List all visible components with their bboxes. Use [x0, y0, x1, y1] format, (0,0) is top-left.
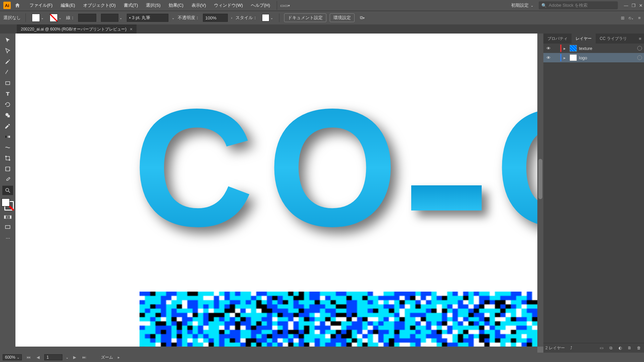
- target-icon[interactable]: [637, 55, 642, 60]
- locate-layer-icon[interactable]: ⤴: [568, 346, 574, 350]
- menu-type[interactable]: 書式(T): [120, 0, 142, 11]
- preferences-button[interactable]: 環境設定: [330, 13, 355, 22]
- rotate-tool[interactable]: [2, 100, 13, 109]
- rectangle-tool[interactable]: [2, 78, 13, 88]
- fill-swatch[interactable]: ⌄: [31, 14, 45, 22]
- gradient-tool[interactable]: [2, 132, 13, 141]
- chevron-down-icon[interactable]: ⌄: [172, 16, 174, 20]
- draw-mode-icon[interactable]: ◧◨: [2, 212, 13, 221]
- document-tab-strip: 200220_ai.ai @ 600% (RGB/オーバープリントプレビュー) …: [0, 24, 644, 34]
- tab-layers[interactable]: レイヤー: [572, 34, 596, 44]
- align-flyout-icon[interactable]: ⧉ ▾: [358, 13, 367, 22]
- minimize-icon[interactable]: —: [624, 3, 628, 8]
- layer-name[interactable]: logo: [579, 55, 587, 60]
- delete-layer-icon[interactable]: 🗑: [636, 346, 642, 350]
- prev-artboard-icon[interactable]: ◀: [35, 355, 41, 360]
- chevron-down-icon[interactable]: ⌄: [66, 356, 68, 359]
- color-picker-tool[interactable]: [2, 175, 13, 184]
- menu-help[interactable]: ヘルプ(H): [247, 0, 274, 11]
- close-icon[interactable]: ✕: [639, 3, 643, 8]
- first-artboard-icon[interactable]: ⏮: [25, 355, 32, 360]
- fill-color-icon[interactable]: [2, 198, 10, 206]
- artboard-canvas: C O C: [15, 34, 537, 347]
- eyedropper-tool[interactable]: [2, 121, 13, 131]
- target-icon[interactable]: [637, 46, 642, 51]
- svg-point-6: [9, 160, 10, 161]
- menu-effect[interactable]: 効果(C): [165, 0, 187, 11]
- stock-search[interactable]: 🔍 Adobe Stock を検索: [539, 1, 618, 9]
- selection-status: 選択なし: [3, 15, 21, 21]
- workspace-switcher[interactable]: 初期設定 ⌄: [508, 2, 536, 8]
- close-tab-icon[interactable]: ×: [130, 26, 132, 32]
- opacity-flyout-icon[interactable]: ›: [231, 16, 232, 20]
- maximize-icon[interactable]: ❐: [632, 3, 636, 8]
- search-placeholder: Adobe Stock を検索: [549, 2, 588, 8]
- screen-mode-icon[interactable]: [2, 223, 13, 232]
- grid-icon[interactable]: ⊞: [621, 15, 625, 20]
- menu-edit[interactable]: 編集(E): [57, 0, 79, 11]
- type-tool[interactable]: [2, 89, 13, 99]
- curvature-tool[interactable]: [2, 68, 13, 77]
- layer-count: 2 レイヤー: [545, 345, 565, 351]
- last-artboard-icon[interactable]: ⏭: [81, 355, 88, 360]
- selection-tool[interactable]: [2, 36, 13, 45]
- stroke-profile[interactable]: ⌄: [100, 14, 123, 22]
- panel-menu-icon[interactable]: ≡: [636, 34, 644, 44]
- menu-file[interactable]: ファイル(F): [25, 0, 57, 11]
- arrange-documents-icon[interactable]: ▭▭ ▾: [277, 1, 290, 10]
- clip-mask-icon[interactable]: ◐: [617, 346, 623, 350]
- fill-stroke-indicator[interactable]: [2, 198, 14, 210]
- chevron-down-icon: ⌄: [531, 4, 533, 7]
- home-icon[interactable]: [13, 1, 22, 10]
- layer-row[interactable]: 👁 ▸ logo: [543, 53, 644, 62]
- next-artboard-icon[interactable]: ▶: [72, 355, 77, 360]
- vertical-scrollbar[interactable]: [537, 34, 543, 347]
- status-flyout-icon[interactable]: ▸: [116, 355, 121, 360]
- app-logo-icon: Ai: [3, 2, 11, 9]
- collect-icon[interactable]: ▭: [598, 346, 604, 350]
- stroke-weight-field[interactable]: [78, 14, 96, 22]
- tab-properties[interactable]: プロパティ: [543, 34, 572, 44]
- zoom-tool[interactable]: [2, 186, 13, 195]
- artboard-number-field[interactable]: 1: [44, 354, 62, 360]
- canvas-area[interactable]: C O C: [15, 34, 543, 353]
- layer-color-bar: [560, 45, 561, 52]
- snap-icon[interactable]: ⎋▸: [629, 15, 634, 20]
- pen-tool[interactable]: [2, 57, 13, 66]
- list-icon[interactable]: ≡: [638, 15, 641, 20]
- edit-toolbar-icon[interactable]: ⋯: [2, 233, 13, 243]
- scrollbar-thumb[interactable]: [538, 159, 542, 199]
- new-sublayer-icon[interactable]: ⧉: [608, 346, 614, 350]
- menu-window[interactable]: ウィンドウ(W): [210, 0, 247, 11]
- layer-row[interactable]: 👁 ▸ texture: [543, 44, 644, 53]
- shape-builder-tool[interactable]: [2, 111, 13, 120]
- horizontal-scrollbar[interactable]: [15, 347, 537, 353]
- brush-field[interactable]: • 3 pt. 丸筆: [127, 14, 168, 22]
- svg-point-5: [5, 156, 6, 157]
- zoom-field[interactable]: 600% ⌄: [3, 354, 22, 360]
- disclosure-icon[interactable]: ▸: [564, 55, 568, 60]
- opacity-label: 不透明度：: [178, 15, 200, 21]
- width-tool[interactable]: [2, 143, 13, 152]
- separator: [25, 13, 26, 22]
- visibility-icon[interactable]: 👁: [545, 55, 551, 60]
- stroke-swatch[interactable]: ⌄: [48, 14, 63, 22]
- disclosure-icon[interactable]: ▸: [564, 46, 568, 51]
- direct-selection-tool[interactable]: [2, 46, 13, 56]
- document-setup-button[interactable]: ドキュメント設定: [284, 13, 326, 22]
- visibility-icon[interactable]: 👁: [545, 46, 551, 51]
- menu-select[interactable]: 選択(S): [142, 0, 164, 11]
- free-transform-tool[interactable]: [2, 154, 13, 163]
- artboard-tool[interactable]: [2, 164, 13, 174]
- layer-name[interactable]: texture: [579, 46, 592, 51]
- menu-object[interactable]: オブジェクト(O): [79, 0, 120, 11]
- new-layer-icon[interactable]: 🗎: [627, 346, 633, 350]
- document-tab[interactable]: 200220_ai.ai @ 600% (RGB/オーバープリントプレビュー) …: [17, 24, 137, 34]
- menu-view[interactable]: 表示(V): [187, 0, 210, 11]
- opacity-value: 100%: [205, 15, 216, 20]
- graphic-style[interactable]: ⌄: [261, 14, 274, 21]
- opacity-field[interactable]: 100%: [203, 14, 228, 22]
- tab-cc-libraries[interactable]: CC ライブラリ: [596, 34, 631, 44]
- artboard-number: 1: [47, 355, 49, 360]
- stroke-label: 線：: [66, 15, 75, 21]
